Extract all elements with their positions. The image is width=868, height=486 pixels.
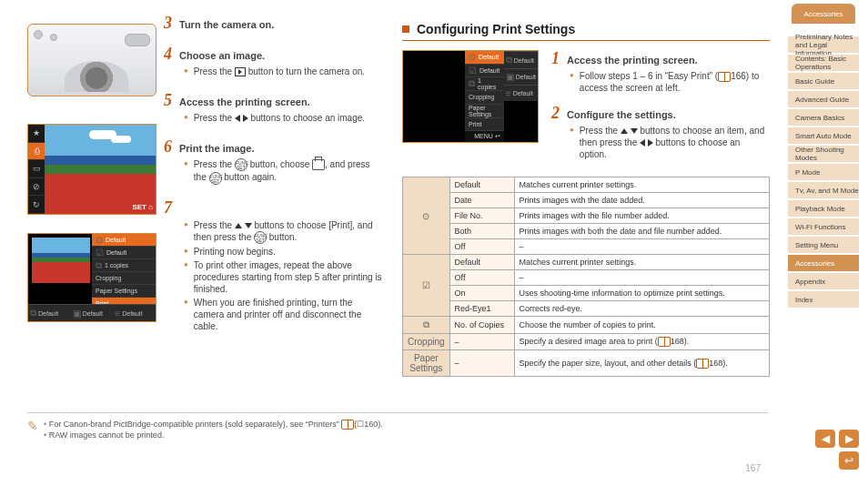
category-tab[interactable]: Contents: Basic Operations (788, 55, 868, 71)
category-tab[interactable]: Basic Guide (788, 73, 868, 89)
next-page-button[interactable]: ▶ (839, 430, 859, 448)
left-arrow-icon (235, 115, 240, 122)
category-tab[interactable]: Preliminary Notes and Legal Information (788, 36, 868, 53)
func-set-icon: FUNCSET (209, 172, 222, 185)
category-tab[interactable]: Advanced Guide (788, 91, 868, 107)
book-icon (718, 72, 731, 82)
right-arrow-icon (243, 115, 248, 122)
up-arrow-icon (621, 128, 628, 134)
step-heading: Turn the camera on. (179, 19, 274, 30)
category-tab[interactable]: Index (788, 291, 868, 308)
left-arrow-icon (640, 139, 645, 147)
step-number: 2 (551, 105, 560, 121)
category-tab[interactable]: Camera Basics (788, 109, 868, 126)
step-number: 5 (164, 92, 172, 108)
step-heading: Print the image. (179, 143, 255, 154)
print-settings-screen-2: ⊙Default☑Default⧉1 copiesCroppingPaper S… (402, 50, 539, 143)
play-icon (235, 67, 246, 76)
sidebar-protect-icon: ⊘ (28, 178, 45, 197)
options-table: ⊙DefaultMatches current printer settings… (402, 177, 770, 377)
playback-screen: ★ ⎙ ▭ ⊘ ↻ SET ⌂ (27, 124, 156, 215)
step-heading: Configure the settings. (567, 109, 676, 120)
footnote-text: RAW images cannot be printed. (44, 430, 768, 440)
down-arrow-icon (631, 128, 638, 134)
step-number: 6 (164, 138, 172, 155)
sidebar-fav-icon: ★ (28, 125, 45, 143)
active-category-label: Accessories (792, 4, 855, 24)
func-set-icon: FUNCSET (254, 231, 267, 244)
func-set-icon: FUNCSET (235, 158, 247, 171)
category-tab[interactable]: Playback Mode (788, 200, 868, 217)
category-tab[interactable]: Accessories (788, 255, 868, 271)
step-heading: Access the printing screen. (179, 96, 310, 107)
printer-icon (312, 159, 325, 170)
pencil-icon: ✎ (27, 419, 38, 440)
category-tab[interactable]: Setting Menu (788, 237, 868, 253)
footnote-text: For Canon-brand PictBridge-compatible pr… (49, 420, 339, 429)
category-tab[interactable]: P Mode (788, 164, 868, 180)
step-number: 7 (164, 199, 172, 216)
footnote-link[interactable]: (☐160). (354, 420, 383, 429)
category-tab[interactable]: Other Shooting Modes (788, 146, 868, 162)
steps-left: 3Turn the camera on. 4Choose an image. P… (164, 15, 382, 347)
footnote: ✎ For Canon-brand PictBridge-compatible … (27, 412, 768, 440)
step-text: Press the (580, 126, 621, 136)
return-button[interactable]: ↩ (839, 451, 859, 470)
category-tab[interactable]: Tv, Av, and M Mode (788, 182, 868, 198)
down-arrow-icon (245, 223, 252, 228)
set-label: SET ⌂ (132, 203, 153, 211)
up-arrow-icon (235, 223, 242, 228)
step-text: Follow steps 1 – 6 in “Easy Print” ( (580, 71, 718, 81)
section-title: Configuring Print Settings (417, 22, 575, 36)
book-icon (341, 420, 354, 430)
section-header: Configuring Print Settings (402, 22, 770, 41)
step-number: 4 (164, 46, 172, 62)
step-heading: Choose an image. (179, 50, 265, 61)
camera-illustration (27, 24, 156, 96)
sidebar-print-icon: ⎙ (28, 143, 45, 161)
step-number: 3 (164, 15, 172, 31)
sidebar-book-icon: ▭ (28, 160, 45, 178)
page-number: 167 (745, 463, 761, 473)
category-tab[interactable]: Appendix (788, 273, 868, 289)
sidebar-rotate-icon: ↻ (28, 196, 45, 214)
step-heading: Access the printing screen. (567, 55, 698, 66)
category-tab[interactable]: Smart Auto Mode (788, 127, 868, 144)
category-tab[interactable]: Wi-Fi Functions (788, 218, 868, 235)
prev-page-button[interactable]: ◀ (815, 430, 835, 448)
print-settings-screen-1: ⊙Default☑Default⧉1 copiesCroppingPaper S… (27, 233, 156, 322)
section-marker-icon (402, 25, 409, 33)
step-number: 1 (551, 50, 560, 66)
